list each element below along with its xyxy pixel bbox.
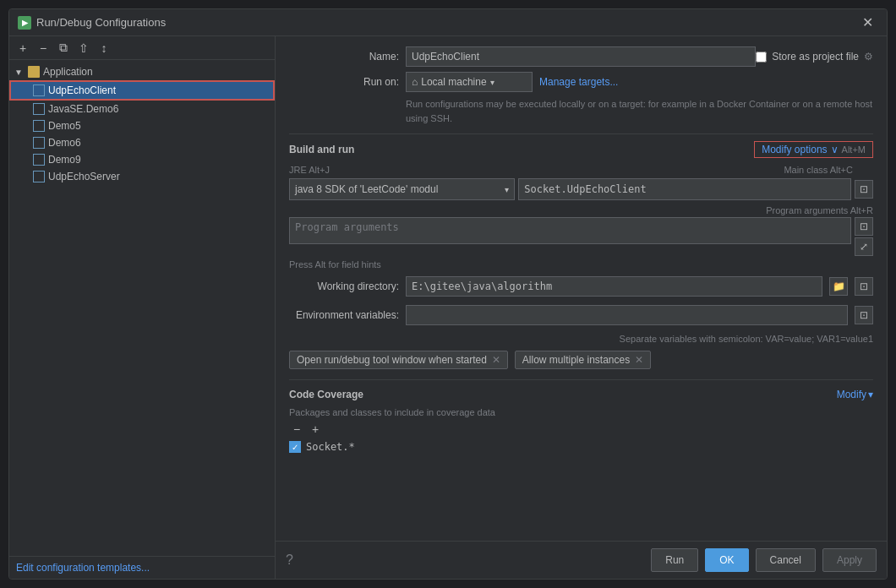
expand-main-class-icon[interactable]: ⊡ [855,180,873,199]
run-on-row: Run on: ⌂ Local machine ▾ Manage targets… [289,72,873,92]
cc-modify-label: Modify [837,389,866,400]
config-icon [33,171,45,182]
program-args-container: Program arguments Alt+R Program argument… [289,205,873,256]
cc-checkbox[interactable]: ✓ [289,441,301,453]
cc-add-button[interactable]: + [308,422,323,436]
manage-targets-link[interactable]: Manage targets... [539,76,618,88]
field-hints: Press Alt for field hints [289,259,873,270]
modify-options-label: Modify options [762,144,827,155]
tree-item-udpechoclient[interactable]: UdpEchoClient [9,80,275,101]
sidebar-footer: Edit configuration templates... [9,556,275,579]
apply-button[interactable]: Apply [822,548,877,572]
cc-header: Code Coverage Modify ▾ [289,389,873,400]
tree-item-label: UdpEchoClient [48,84,116,96]
folder-icon [28,66,40,78]
edit-templates-link[interactable]: Edit configuration templates... [16,562,150,574]
build-run-header: Build and run Modify options ∨ Alt+M [289,141,873,158]
program-args-input[interactable]: Program arguments [289,217,851,244]
tree-item-javase-demo6[interactable]: JavaSE.Demo6 [9,101,275,117]
tree-item-udpechoserver[interactable]: UdpEchoServer [9,168,275,185]
config-icon [33,120,45,132]
cc-title: Code Coverage [289,389,363,400]
dialog-footer: ? Run OK Cancel Apply [276,541,887,579]
expand-env-icon[interactable]: ⊡ [855,306,873,324]
move-up-button[interactable]: ⇧ [75,40,92,57]
build-run-title: Build and run [289,144,354,155]
run-button[interactable]: Run [651,548,698,572]
local-machine-icon: ⌂ [412,76,418,88]
config-icon [33,103,45,115]
run-on-info: Run configurations may be executed local… [406,97,873,125]
tree-item-label: Demo6 [48,137,81,149]
sort-button[interactable]: ↕ [96,40,112,57]
jre-shortcut: JRE Alt+J [289,165,330,175]
cc-item: ✓ Socket.* [289,439,873,455]
tree-item-demo5[interactable]: Demo5 [9,117,275,134]
fullscreen-args-icon[interactable]: ⤢ [855,237,873,256]
env-hint: Separate variables with semicolon: VAR=v… [406,334,873,344]
tree-item-demo9[interactable]: Demo9 [9,151,275,168]
store-label: Store as project file [772,51,859,63]
tree-group-application[interactable]: ▼ Application [9,63,275,80]
env-vars-label: Environment variables: [289,309,399,321]
ok-button[interactable]: OK [705,548,748,572]
title-bar-left: ▶ Run/Debug Configurations [18,16,166,30]
cc-item-label: Socket.* [306,441,355,453]
add-config-button[interactable]: + [14,40,31,57]
main-class-shortcut: Main class Alt+C [784,165,853,175]
cc-desc: Packages and classes to include in cover… [289,407,873,417]
remove-config-button[interactable]: − [35,40,52,57]
cc-modify-link[interactable]: Modify ▾ [837,389,873,400]
tag-close-button[interactable]: ✕ [492,354,500,366]
expand-args-icon[interactable]: ⊡ [855,217,873,236]
store-file-area: Store as project file ⚙ [756,51,873,63]
cc-toolbar: − + [289,422,873,436]
tag-label: Open run/debug tool window when started [297,354,487,366]
working-dir-input[interactable]: E:\gitee\java\algorithm [406,276,822,297]
close-button[interactable]: ✕ [857,13,878,32]
tag-multiple-instances: Allow multiple instances ✕ [515,351,651,369]
section-divider [289,133,873,134]
config-icon [33,84,45,96]
cc-modify-arrow-icon: ▾ [868,389,873,400]
working-dir-label: Working directory: [289,280,399,292]
config-area: Name: Store as project file ⚙ Run on: ⌂ … [276,36,887,541]
expand-dir-icon[interactable]: ⊡ [855,277,873,296]
cc-minus-button[interactable]: − [289,422,304,436]
tag-open-window: Open run/debug tool window when started … [289,351,508,369]
tree-expand-arrow: ▼ [14,68,25,77]
tag-close-button[interactable]: ✕ [635,354,643,366]
copy-config-button[interactable]: ⧉ [55,40,72,57]
modify-shortcut: Alt+M [842,144,866,155]
right-panel: Name: Store as project file ⚙ Run on: ⌂ … [276,36,887,579]
run-on-select[interactable]: ⌂ Local machine ▾ [406,72,533,92]
tree-item-label: Demo5 [48,120,81,132]
app-icon: ▶ [18,16,31,30]
shortcut-row: JRE Alt+J Main class Alt+C [289,165,873,175]
modify-options-button[interactable]: Modify options ∨ Alt+M [754,141,873,158]
run-on-label: Run on: [289,76,399,88]
main-class-field[interactable]: Socket.UdpEchoClient [518,178,851,200]
cancel-button[interactable]: Cancel [756,548,816,572]
sdk-select[interactable]: java 8 SDK of 'LeetCode' modul ▾ [289,178,515,200]
name-input[interactable] [406,46,756,67]
help-button[interactable]: ? [286,553,293,568]
browse-dir-icon[interactable]: 📁 [829,277,848,296]
tag-label: Allow multiple instances [522,354,630,366]
sidebar-toolbar: + − ⧉ ⇧ ↕ [9,36,275,60]
name-label: Name: [289,51,399,63]
config-icon [33,137,45,149]
dialog-title: Run/Debug Configurations [36,16,166,29]
config-icon [33,154,45,166]
env-vars-input[interactable] [406,305,848,325]
tree-group-label: Application [43,66,93,78]
sidebar: + − ⧉ ⇧ ↕ ▼ Application [9,36,276,579]
tree-item-demo6[interactable]: Demo6 [9,134,275,151]
config-tree: ▼ Application UdpEchoClient JavaSE.Demo6… [9,60,275,556]
modify-options-arrow-icon: ∨ [831,144,839,155]
store-as-project-checkbox[interactable] [756,52,767,63]
tags-row: Open run/debug tool window when started … [289,351,873,369]
settings-icon[interactable]: ⚙ [864,51,873,63]
run-on-value: Local machine [421,76,486,88]
main-content: + − ⧉ ⇧ ↕ ▼ Application [9,36,887,579]
